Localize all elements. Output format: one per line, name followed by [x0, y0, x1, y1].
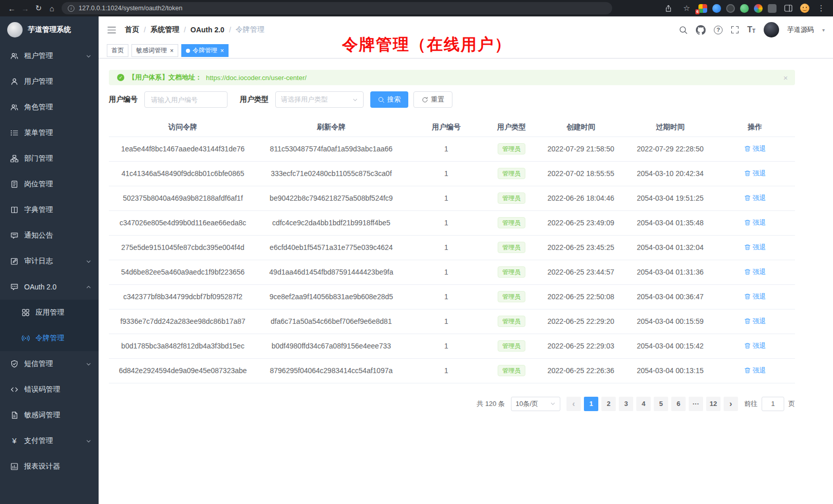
force-logout-button[interactable]: 强退 — [744, 193, 766, 203]
next-page-button[interactable]: › — [724, 397, 738, 411]
sidebar-item-role-mgmt[interactable]: 角色管理 — [0, 94, 99, 120]
font-size-icon[interactable]: TT — [747, 26, 755, 34]
side-panel-icon[interactable] — [782, 2, 795, 15]
username[interactable]: 芋道源码 — [787, 25, 814, 34]
tab-home[interactable]: 首页 — [107, 44, 128, 57]
user-type-badge: 管理员 — [498, 242, 525, 253]
sidebar-item-sensitive-word[interactable]: 敏感词管理 — [0, 402, 99, 428]
sidebar-item-oauth2-app[interactable]: 应用管理 — [0, 300, 99, 325]
page-number-button[interactable]: 4 — [636, 397, 651, 411]
help-icon[interactable]: ? — [714, 26, 723, 34]
user-id-cell: 1 — [406, 210, 487, 235]
user-type-cell: 管理员 — [487, 334, 536, 358]
search-button[interactable]: 搜索 — [370, 91, 408, 108]
force-logout-button[interactable]: 强退 — [744, 317, 766, 326]
token-table: 访问令牌 刷新令牌 用户编号 用户类型 创建时间 过期时间 操作 — [109, 118, 795, 383]
force-logout-button[interactable]: 强退 — [744, 218, 766, 227]
force-logout-button[interactable]: 强退 — [744, 169, 766, 178]
reset-button[interactable]: 重置 — [413, 91, 452, 108]
sidebar-item-sms-mgmt[interactable]: 短信管理 — [0, 351, 99, 377]
extension-grid-icon[interactable]: 6 — [698, 4, 707, 13]
extension-pinwheel-icon[interactable] — [754, 4, 763, 13]
table-row: 6d842e2924594de9a09e45e087323abe 8796295… — [109, 358, 795, 383]
force-logout-button[interactable]: 强退 — [744, 243, 766, 252]
force-logout-button[interactable]: 强退 — [744, 292, 766, 301]
sidebar-item-dept-mgmt[interactable]: 部门管理 — [0, 146, 99, 171]
browser-back-icon[interactable]: ← — [5, 2, 18, 15]
extension-green-icon[interactable] — [740, 4, 749, 13]
sidebar-toggle-icon[interactable] — [107, 26, 117, 34]
sidebar-item-label: 角色管理 — [24, 103, 53, 112]
sidebar-item-report-designer[interactable]: 报表设计器 — [0, 454, 99, 479]
doc-link[interactable]: https://doc.iocoder.cn/user-center/ — [206, 74, 307, 82]
page-number-button[interactable]: 2 — [601, 397, 616, 411]
dept-tree-icon — [10, 154, 18, 163]
page-number-button[interactable]: 5 — [654, 397, 668, 411]
bookmark-star-icon[interactable]: ☆ — [680, 2, 693, 15]
github-icon[interactable] — [696, 25, 706, 35]
user-id-cell: 1 — [406, 186, 487, 210]
page-size-select[interactable]: 10条/页 — [511, 397, 560, 411]
force-logout-button[interactable]: 强退 — [744, 144, 766, 153]
browser-profile-avatar[interactable] — [800, 4, 809, 13]
sidebar-item-menu-mgmt[interactable]: 菜单管理 — [0, 120, 99, 146]
sidebar-item-post-mgmt[interactable]: 岗位管理 — [0, 171, 99, 197]
browser-home-icon[interactable]: ⌂ — [45, 2, 59, 15]
extensions-puzzle-icon[interactable] — [768, 4, 777, 13]
sidebar-item-tenant-mgmt[interactable]: 租户管理 — [0, 43, 99, 69]
sidebar-item-user-mgmt[interactable]: 用户管理 — [0, 69, 99, 94]
tab-token-mgmt[interactable]: 令牌管理 × — [181, 44, 229, 57]
create-time-cell: 2022-06-25 22:29:03 — [536, 334, 626, 358]
breadcrumb-system-mgmt[interactable]: 系统管理 — [150, 25, 179, 34]
user-menu-caret-icon[interactable]: ▾ — [822, 27, 825, 33]
page-size-value: 10条/页 — [516, 399, 538, 409]
logo-row[interactable]: 芋道管理系统 — [0, 16, 99, 43]
extension-blue-icon[interactable] — [712, 4, 721, 13]
force-logout-button[interactable]: 强退 — [744, 366, 766, 375]
user-id-input[interactable] — [144, 91, 228, 108]
page-number-button[interactable]: ··· — [689, 397, 703, 411]
close-icon[interactable]: × — [220, 48, 224, 54]
sidebar-item-oauth2-token[interactable]: 令牌管理 — [0, 325, 99, 351]
tab-sensitive-word[interactable]: 敏感词管理 × — [131, 44, 178, 57]
share-icon[interactable] — [661, 2, 675, 15]
force-logout-button[interactable]: 强退 — [744, 341, 766, 351]
page-info-icon[interactable]: i — [68, 5, 74, 12]
fullscreen-icon[interactable] — [731, 26, 739, 34]
force-logout-button[interactable]: 强退 — [744, 267, 766, 277]
user-avatar[interactable] — [764, 22, 779, 37]
expire-time-cell: 2054-03-10 20:42:34 — [626, 161, 715, 186]
alert-close-icon[interactable]: × — [783, 74, 788, 82]
table-row: 1ea5e44f8bc1467aaede43144f31de76 811c530… — [109, 137, 795, 161]
user-type-select[interactable]: 请选择用户类型 — [275, 91, 364, 108]
search-icon[interactable] — [679, 26, 688, 34]
sidebar-item-notice-mgmt[interactable]: 通知公告 — [0, 223, 99, 248]
table-row: b0d1785bc3a8482f812db4a3f3bd15ec b0df498… — [109, 334, 795, 358]
oauth-chat-icon — [10, 283, 18, 291]
page-number-button[interactable]: 12 — [706, 397, 721, 411]
sidebar-item-oauth2[interactable]: OAuth 2.0 — [0, 274, 99, 300]
address-bar[interactable]: i 127.0.0.1:1024/system/oauth2/token — [62, 2, 612, 14]
sidebar-item-error-code[interactable]: 错误码管理 — [0, 377, 99, 402]
user-id-cell: 1 — [406, 284, 487, 309]
goto-page-input[interactable] — [762, 397, 784, 411]
page-number-button[interactable]: 1 — [584, 397, 598, 411]
close-icon[interactable]: × — [170, 48, 174, 54]
sidebar: 芋道管理系统 租户管理 用户管理 角色管理 菜单管理 部门管理 — [0, 16, 99, 504]
chevron-down-icon — [352, 97, 358, 103]
extension-dark-icon[interactable] — [726, 4, 735, 13]
browser-reload-icon[interactable]: ↻ — [32, 2, 45, 15]
browser-menu-icon[interactable]: ⋮ — [815, 2, 828, 15]
user-type-badge: 管理员 — [498, 365, 525, 376]
refresh-token-cell: 8796295f04064c2983414cc54af1097a — [257, 358, 406, 383]
sidebar-item-pay-mgmt[interactable]: ¥ 支付管理 — [0, 428, 99, 454]
user-id-cell: 1 — [406, 309, 487, 334]
sidebar-item-dict-mgmt[interactable]: 字典管理 — [0, 197, 99, 223]
breadcrumb-oauth2[interactable]: OAuth 2.0 — [191, 26, 224, 34]
prev-page-button[interactable]: ‹ — [566, 397, 581, 411]
page-number-button[interactable]: 3 — [619, 397, 633, 411]
page-number-button[interactable]: 6 — [671, 397, 686, 411]
browser-forward-icon[interactable]: → — [18, 2, 32, 15]
breadcrumb-home[interactable]: 首页 — [125, 25, 139, 34]
sidebar-item-audit-log[interactable]: 审计日志 — [0, 248, 99, 274]
